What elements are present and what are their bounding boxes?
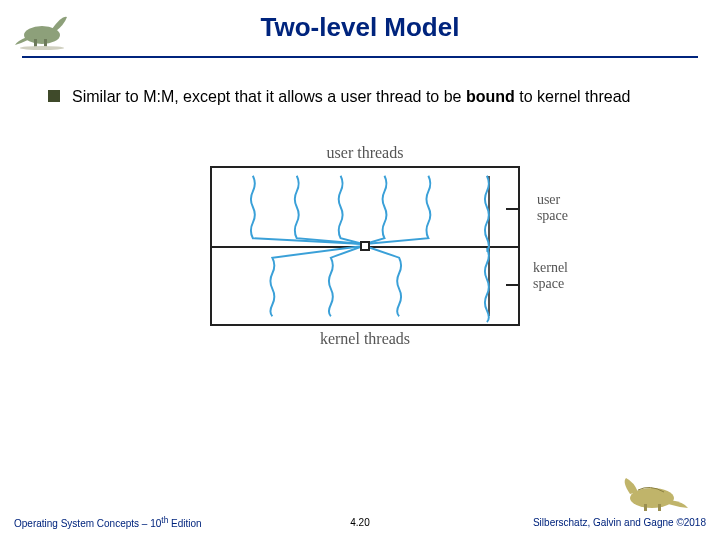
slide-content: Similar to M:M, except that it allows a … <box>0 60 720 348</box>
footer-right-pre: Silberschatz, Galvin and Gagne <box>533 517 676 528</box>
diagram-bottom-label: kernel threads <box>165 330 565 348</box>
footer-left-pre: Operating System Concepts – 10 <box>14 518 161 529</box>
bullet-item: Similar to M:M, except that it allows a … <box>48 86 682 108</box>
side-kernel-line2: space <box>533 276 564 291</box>
bullet-text-pre: Similar to M:M, except that it allows a … <box>72 88 466 105</box>
slide-footer: Operating System Concepts – 10th Edition… <box>0 510 720 540</box>
bullet-text-post: to kernel thread <box>515 88 631 105</box>
dinosaur-right-icon <box>620 472 690 512</box>
diagram-top-label: user threads <box>165 144 565 162</box>
footer-right: Silberschatz, Galvin and Gagne ©2018 <box>370 517 706 528</box>
bullet-marker-icon <box>48 90 60 102</box>
side-user-line2: space <box>537 208 568 223</box>
side-tick-user <box>506 208 520 210</box>
side-kernel-line1: kernel <box>533 260 568 275</box>
side-user-line1: user <box>537 192 560 207</box>
footer-left: Operating System Concepts – 10th Edition <box>14 515 350 529</box>
bound-thread-link <box>488 176 490 316</box>
footer-left-post: Edition <box>168 518 201 529</box>
svg-rect-2 <box>44 39 47 47</box>
dinosaur-left-icon <box>12 5 72 50</box>
bullet-text: Similar to M:M, except that it allows a … <box>72 86 630 108</box>
slide-title: Two-level Model <box>0 0 720 43</box>
svg-rect-1 <box>34 39 37 47</box>
thread-model-diagram: user threads <box>165 144 565 348</box>
svg-point-3 <box>20 46 64 50</box>
bullet-text-bold: bound <box>466 88 515 105</box>
lwp-node-icon <box>360 241 370 251</box>
side-tick-kernel <box>506 284 520 286</box>
side-label-kernel: kernel space <box>533 260 568 294</box>
slide-header: Two-level Model <box>0 0 720 60</box>
side-label-user: user space <box>537 192 568 226</box>
title-underline <box>22 56 698 58</box>
diagram-box: user space kernel space <box>210 166 520 326</box>
footer-right-year: 2018 <box>684 517 706 528</box>
footer-page-number: 4.20 <box>350 517 369 528</box>
footer-right-copy: © <box>676 517 683 528</box>
